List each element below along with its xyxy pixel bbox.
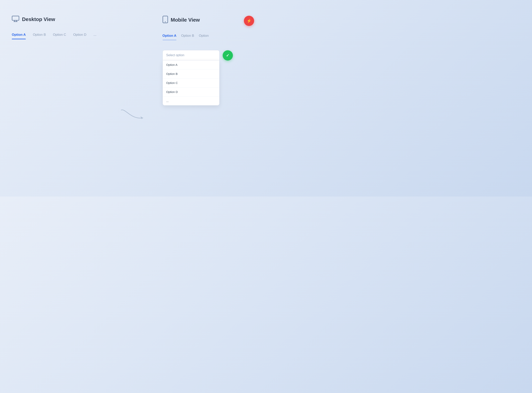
svg-point-6 <box>165 21 166 22</box>
mobile-view: ⚡ Mobile View Option A Option B Option S… <box>163 16 254 185</box>
main-container: Desktop View Option A Option B Option C … <box>0 0 266 196</box>
dropdown-item-more[interactable]: ... <box>163 97 219 105</box>
mobile-tab-option-b[interactable]: Option B <box>181 34 194 40</box>
dropdown-item-c[interactable]: Option C <box>163 79 219 88</box>
mobile-tab-option-a[interactable]: Option A <box>163 34 177 40</box>
mobile-view-title: Mobile View <box>171 17 200 23</box>
dropdown-item-a[interactable]: Option A <box>163 60 219 69</box>
arrow-container <box>119 43 147 185</box>
select-option-input[interactable]: Select option <box>163 50 220 60</box>
dropdown-wrapper: Select option Option A Option B Option C… <box>163 50 220 106</box>
svg-marker-4 <box>141 116 143 119</box>
svg-rect-0 <box>12 16 19 20</box>
mobile-tabs: Option A Option B Option <box>163 34 254 40</box>
desktop-header: Desktop View <box>12 16 55 23</box>
select-placeholder: Select option <box>166 54 185 57</box>
mobile-icon <box>163 16 168 24</box>
dropdown-item-b[interactable]: Option B <box>163 69 219 79</box>
monitor-icon <box>12 16 19 23</box>
fab-red-button[interactable]: ⚡ <box>244 16 254 26</box>
lightning-icon: ⚡ <box>247 19 251 23</box>
desktop-tabs: Option A Option B Option C Option D ... <box>12 33 103 39</box>
mobile-tab-option-truncated[interactable]: Option <box>199 34 209 40</box>
desktop-tab-option-d[interactable]: Option D <box>73 33 86 39</box>
check-icon: ✓ <box>226 53 229 58</box>
dropdown-item-d[interactable]: Option D <box>163 88 219 97</box>
mobile-header: Mobile View <box>163 16 200 24</box>
dropdown-menu: Option A Option B Option C Option D ... <box>163 60 220 106</box>
desktop-view: Desktop View Option A Option B Option C … <box>12 16 103 185</box>
desktop-tabs-more[interactable]: ... <box>93 33 96 39</box>
desktop-tab-option-c[interactable]: Option C <box>53 33 66 39</box>
desktop-tab-option-b[interactable]: Option B <box>33 33 46 39</box>
fab-green-button[interactable]: ✓ <box>223 50 233 60</box>
transition-arrow <box>119 106 147 122</box>
dropdown-area: Select option Option A Option B Option C… <box>163 50 233 106</box>
desktop-view-title: Desktop View <box>22 16 55 22</box>
desktop-tab-option-a[interactable]: Option A <box>12 33 26 39</box>
